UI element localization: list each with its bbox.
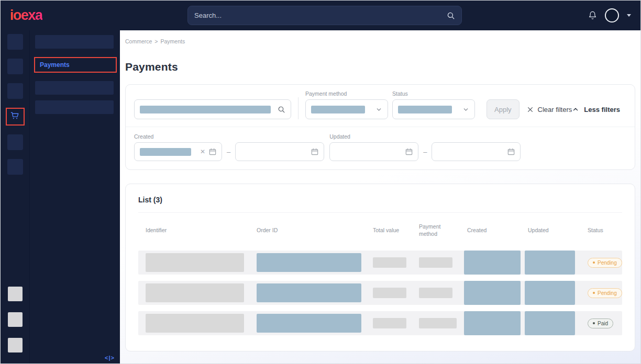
- status-select[interactable]: [392, 99, 475, 119]
- rail-item-placeholder[interactable]: [7, 34, 23, 50]
- main-content: Commerce > Payments Payments: [120, 30, 640, 363]
- status-badge: Paid: [588, 318, 613, 328]
- created-range-field: Created ✕ –: [134, 133, 324, 161]
- search-input[interactable]: [194, 12, 447, 19]
- global-search[interactable]: [187, 6, 462, 25]
- redacted-text: [140, 148, 191, 156]
- filters-row-1: Payment method Status: [126, 85, 635, 127]
- calendar-icon[interactable]: [507, 148, 515, 155]
- table-header: Identifier Order ID Total value Payment …: [138, 216, 622, 244]
- rail-item-commerce[interactable]: [6, 108, 25, 126]
- app-window: ioexa: [0, 0, 641, 364]
- calendar-icon[interactable]: [405, 148, 413, 155]
- chevron-down-icon: [462, 106, 469, 113]
- redacted-cell: [419, 288, 452, 298]
- status-field: Status: [392, 90, 475, 119]
- redacted-cell: [464, 251, 521, 275]
- redacted-cell: [146, 253, 244, 272]
- status-label: Status: [392, 90, 475, 97]
- redacted-cell: [373, 318, 406, 328]
- redacted-cell: [525, 311, 575, 335]
- rail-item-placeholder[interactable]: [7, 59, 23, 74]
- updated-from-input[interactable]: [329, 142, 418, 161]
- payment-method-select[interactable]: [305, 99, 388, 119]
- search-icon: [278, 106, 285, 113]
- chevron-down-icon: [375, 106, 382, 113]
- icon-rail: [1, 30, 29, 363]
- subnav-item-placeholder[interactable]: [35, 100, 114, 114]
- column-header: Updated: [521, 220, 580, 241]
- updated-to-input[interactable]: [432, 142, 521, 161]
- logo[interactable]: ioexa: [10, 7, 42, 24]
- created-label: Created: [134, 133, 324, 140]
- clear-filters-button[interactable]: Clear filters: [527, 99, 572, 119]
- chevron-up-icon: [572, 106, 579, 113]
- range-separator: –: [423, 148, 427, 156]
- app-body: Payments <|> Commerce > Payments Payment…: [1, 30, 640, 363]
- column-header: Payment method: [412, 216, 460, 244]
- status-dot: [593, 261, 595, 264]
- redacted-cell: [257, 314, 361, 333]
- table-row[interactable]: Pending: [138, 281, 622, 305]
- redacted-cell: [146, 283, 244, 302]
- column-header: Total value: [366, 220, 412, 241]
- redacted-text: [140, 106, 271, 113]
- avatar[interactable]: [605, 8, 619, 22]
- filter-search-input[interactable]: [134, 99, 291, 119]
- status-label: Pending: [598, 290, 617, 296]
- page-title: Payments: [125, 61, 635, 73]
- rail-item-placeholder[interactable]: [7, 83, 23, 99]
- rail-item-placeholder[interactable]: [7, 159, 23, 175]
- breadcrumb-commerce[interactable]: Commerce: [125, 38, 152, 44]
- redacted-cell: [373, 257, 406, 268]
- subnav-item-payments[interactable]: Payments: [34, 57, 117, 73]
- status-label: Paid: [598, 321, 608, 326]
- rail-item-placeholder[interactable]: [8, 287, 23, 301]
- redacted-text: [398, 106, 452, 113]
- created-to-input[interactable]: [235, 142, 324, 161]
- table-row[interactable]: Paid: [138, 311, 622, 335]
- rail-item-placeholder[interactable]: [8, 312, 23, 327]
- redacted-cell: [464, 311, 521, 335]
- calendar-icon[interactable]: [311, 148, 318, 155]
- filters-row-2: Created ✕ –: [126, 127, 635, 169]
- list-panel: List (3) Identifier Order ID Total value…: [125, 184, 635, 351]
- secondary-sidebar: Payments <|>: [29, 30, 120, 363]
- rail-item-placeholder[interactable]: [7, 134, 23, 150]
- redacted-cell: [525, 281, 575, 305]
- calendar-icon[interactable]: [209, 148, 216, 155]
- redacted-cell: [373, 288, 406, 298]
- created-from-input[interactable]: ✕: [134, 142, 222, 161]
- bell-icon[interactable]: [588, 10, 597, 20]
- status-badge: Pending: [588, 288, 622, 298]
- updated-label: Updated: [329, 133, 521, 140]
- redacted-cell: [419, 318, 457, 328]
- subnav-item-label: Payments: [40, 61, 70, 69]
- redacted-cell: [257, 283, 361, 302]
- column-header: Identifier: [138, 220, 249, 241]
- rail-item-placeholder[interactable]: [8, 338, 23, 352]
- less-filters-toggle[interactable]: Less filters: [572, 99, 620, 119]
- status-label: Pending: [598, 260, 617, 266]
- chevron-down-icon[interactable]: [627, 14, 631, 17]
- range-separator: –: [227, 148, 230, 156]
- redacted-cell: [257, 253, 361, 272]
- payment-method-field: Payment method: [305, 90, 388, 119]
- redacted-text: [311, 106, 365, 113]
- redacted-cell: [464, 281, 521, 305]
- search-icon: [447, 12, 455, 20]
- apply-button[interactable]: Apply: [487, 99, 520, 119]
- subnav-item-placeholder[interactable]: [35, 81, 114, 95]
- subnav-item-placeholder[interactable]: [35, 35, 114, 49]
- status-dot: [593, 322, 595, 324]
- status-badge: Pending: [588, 258, 622, 268]
- status-dot: [593, 292, 595, 294]
- clear-date-icon[interactable]: ✕: [200, 149, 205, 155]
- filters-panel: Payment method Status: [125, 84, 635, 170]
- redacted-cell: [146, 314, 244, 333]
- sidebar-collapse-icon[interactable]: <|>: [105, 355, 115, 361]
- vertical-divider: [298, 97, 299, 119]
- table-row[interactable]: Pending: [138, 251, 622, 275]
- column-header: Status: [580, 220, 622, 241]
- cart-icon: [9, 110, 20, 123]
